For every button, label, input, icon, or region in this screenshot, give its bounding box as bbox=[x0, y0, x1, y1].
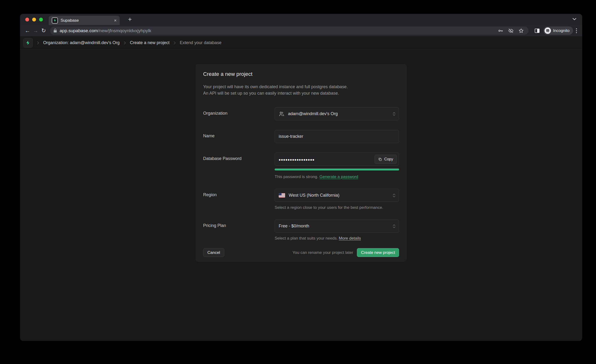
supabase-logo[interactable] bbox=[23, 38, 33, 48]
strength-text: This password is strong. bbox=[275, 174, 318, 179]
url-path: /new/jfnsmqoynldvxjyhpylk bbox=[98, 28, 151, 33]
copy-button[interactable]: Copy bbox=[374, 155, 397, 164]
password-masked-value: •••••••••••••••• bbox=[279, 156, 314, 163]
password-column: •••••••••••••••• Copy This p bbox=[275, 153, 399, 179]
pricing-label: Pricing Plan bbox=[203, 220, 275, 241]
pricing-value: Free - $0/month bbox=[279, 223, 309, 229]
name-input[interactable]: issue-tracker bbox=[275, 130, 399, 143]
lock-icon[interactable] bbox=[53, 29, 57, 33]
pricing-helper: Select a plan that suits your needs. Mor… bbox=[275, 236, 399, 241]
reload-button[interactable]: ↻ bbox=[40, 27, 48, 35]
side-panel-icon[interactable] bbox=[533, 27, 541, 35]
footer-right: You can rename your project later Create… bbox=[292, 248, 399, 257]
browser-menu-button[interactable] bbox=[576, 28, 577, 33]
pricing-helper-text: Select a plan that suits your needs. bbox=[275, 236, 338, 240]
window-zoom-button[interactable] bbox=[39, 18, 43, 22]
page-content: Organization: adam@windmill.dev's Org Cr… bbox=[20, 36, 582, 341]
rename-note: You can rename your project later bbox=[292, 250, 353, 255]
forward-arrow-icon: → bbox=[33, 27, 38, 34]
incognito-badge: Incognito bbox=[543, 26, 573, 35]
forward-button[interactable]: → bbox=[31, 27, 40, 35]
breadcrumb-extend-database: Extend your database bbox=[180, 40, 222, 45]
copy-icon bbox=[378, 157, 382, 161]
pricing-select[interactable]: Free - $0/month bbox=[275, 220, 399, 233]
region-value: West US (North California) bbox=[289, 193, 339, 198]
password-key-icon[interactable] bbox=[498, 28, 503, 33]
card-description: Your project will have its own dedicated… bbox=[203, 84, 399, 97]
new-tab-button[interactable]: + bbox=[126, 15, 134, 23]
pricing-row: Pricing Plan Free - $0/month Select a pl… bbox=[203, 220, 399, 241]
eye-off-icon[interactable] bbox=[508, 28, 514, 33]
browser-tab-supabase[interactable]: Supabase × bbox=[49, 16, 120, 25]
tab-title: Supabase bbox=[60, 18, 79, 23]
tab-strip: Supabase × + bbox=[20, 14, 582, 25]
breadcrumb: Organization: adam@windmill.dev's Org Cr… bbox=[20, 36, 582, 50]
plus-icon: + bbox=[128, 16, 132, 23]
organization-select[interactable]: adam@windmill.dev's Org bbox=[275, 107, 399, 120]
select-chevrons-icon bbox=[392, 111, 396, 116]
organization-row: Organization adam@windmill.dev's Org bbox=[203, 107, 399, 120]
password-input[interactable]: •••••••••••••••• Copy bbox=[275, 153, 399, 166]
password-helper: This password is strong. Generate a pass… bbox=[275, 174, 399, 179]
incognito-label: Incognito bbox=[553, 28, 570, 33]
create-project-card: Create a new project Your project will h… bbox=[196, 64, 406, 261]
omnibox-actions bbox=[498, 28, 525, 33]
region-select[interactable]: West US (North California) bbox=[275, 189, 399, 202]
chevron-right-icon bbox=[37, 41, 39, 45]
organization-value: adam@windmill.dev's Org bbox=[288, 111, 338, 116]
description-line-1: Your project will have its own dedicated… bbox=[203, 84, 399, 90]
project-form: Organization adam@windmill.dev's Org bbox=[203, 107, 399, 257]
users-icon bbox=[279, 111, 284, 117]
breadcrumb-create-project[interactable]: Create a new project bbox=[130, 40, 170, 45]
chevron-right-icon bbox=[173, 41, 176, 45]
window-controls bbox=[25, 18, 43, 22]
us-flag-icon bbox=[279, 193, 285, 198]
password-strength-bar bbox=[275, 169, 399, 171]
page-title: Create a new project bbox=[203, 71, 399, 77]
main-area: Create a new project Your project will h… bbox=[20, 50, 582, 261]
back-arrow-icon: ← bbox=[25, 27, 30, 34]
name-value: issue-tracker bbox=[279, 134, 303, 139]
region-row: Region West US (North California) Select… bbox=[203, 189, 399, 210]
select-chevrons-icon bbox=[392, 193, 396, 198]
reload-icon: ↻ bbox=[41, 27, 46, 34]
breadcrumb-organization[interactable]: Organization: adam@windmill.dev's Org bbox=[43, 40, 120, 45]
window-close-button[interactable] bbox=[25, 18, 29, 22]
copy-label: Copy bbox=[384, 157, 393, 161]
tab-search-chevron-icon[interactable] bbox=[572, 18, 576, 21]
window-minimize-button[interactable] bbox=[32, 18, 36, 22]
name-label: Name bbox=[203, 130, 275, 143]
select-chevrons-icon bbox=[392, 224, 396, 229]
region-column: West US (North California) Select a regi… bbox=[275, 189, 399, 210]
cancel-button[interactable]: Cancel bbox=[203, 248, 224, 257]
incognito-spy-icon bbox=[544, 27, 551, 34]
browser-toolbar: ← → ↻ app.supabase.com/new/jfnsmqoynldvx… bbox=[20, 25, 582, 36]
generate-password-link[interactable]: Generate a password bbox=[320, 174, 358, 179]
bookmark-star-icon[interactable] bbox=[519, 28, 524, 33]
more-details-link[interactable]: More details bbox=[339, 236, 361, 240]
url-text: app.supabase.com/new/jfnsmqoynldvxjyhpyl… bbox=[60, 28, 151, 33]
region-label: Region bbox=[203, 189, 275, 210]
card-footer: Cancel You can rename your project later… bbox=[203, 248, 399, 257]
back-button[interactable]: ← bbox=[23, 27, 31, 35]
password-label: Database Password bbox=[203, 153, 275, 179]
region-helper: Select a region close to your users for … bbox=[275, 205, 399, 210]
pricing-column: Free - $0/month Select a plan that suits… bbox=[275, 220, 399, 241]
browser-window: Supabase × + ← → ↻ app.supabase.com/new/… bbox=[20, 14, 582, 341]
supabase-favicon-icon bbox=[52, 17, 58, 24]
create-new-project-button[interactable]: Create new project bbox=[357, 248, 399, 257]
name-row: Name issue-tracker bbox=[203, 130, 399, 143]
chevron-right-icon bbox=[124, 41, 126, 45]
address-bar[interactable]: app.supabase.com/new/jfnsmqoynldvxjyhpyl… bbox=[50, 26, 529, 35]
organization-label: Organization bbox=[203, 107, 275, 120]
password-row: Database Password •••••••••••••••• Copy bbox=[203, 153, 399, 179]
url-domain: app.supabase.com bbox=[60, 28, 98, 33]
description-line-2: An API will be set up so you can easily … bbox=[203, 90, 399, 97]
tab-close-icon[interactable]: × bbox=[114, 18, 117, 23]
